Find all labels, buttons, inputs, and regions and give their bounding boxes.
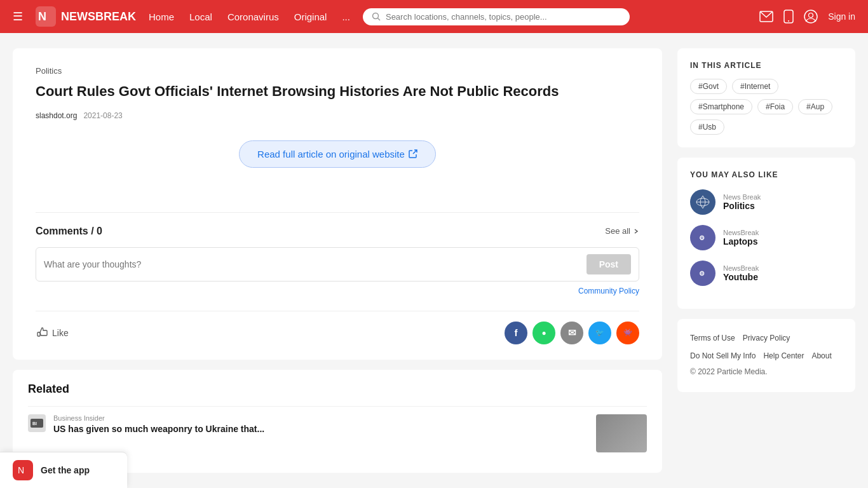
see-all-link[interactable]: See all <box>605 226 639 236</box>
tags: #Govt #Internet #Smartphone #Foia #Aup #… <box>690 79 843 135</box>
ymal-item-laptops[interactable]: ⚙ NewsBreak Laptops <box>690 225 843 250</box>
privacy-link[interactable]: Privacy Policy <box>743 332 790 346</box>
nav-home[interactable]: Home <box>149 11 174 22</box>
related-source-name: Business Insider <box>53 414 588 422</box>
nav-more[interactable]: ... <box>342 11 350 22</box>
comments-header: Comments / 0 See all <box>36 226 639 237</box>
get-app-button[interactable]: Get the app <box>41 465 90 475</box>
tag-foia[interactable]: #Foia <box>757 99 793 114</box>
hamburger-icon[interactable]: ☰ <box>13 10 23 24</box>
article-meta: slashdot.org 2021-08-23 <box>36 111 639 120</box>
share-email-button[interactable]: ✉ <box>560 322 583 344</box>
in-this-article-title: IN THIS ARTICLE <box>690 61 843 70</box>
article-card: Politics Court Rules Govt Officials' Int… <box>13 48 662 360</box>
terms-link[interactable]: Terms of Use <box>690 332 735 346</box>
nav-original[interactable]: Original <box>294 11 327 22</box>
ymal-avatar-politics <box>690 189 715 215</box>
about-link[interactable]: About <box>811 349 831 363</box>
share-facebook-button[interactable]: f <box>505 322 527 344</box>
ymal-info-youtube: NewsBreak Youtube <box>723 264 759 282</box>
nav-coronavirus[interactable]: Coronavirus <box>227 11 279 22</box>
post-button[interactable]: Post <box>587 254 631 274</box>
you-may-also-like-card: YOU MAY ALSO LIKE News Break Politics <box>677 158 855 309</box>
copyright: © 2022 Particle Media. <box>690 365 843 379</box>
external-link-icon <box>409 149 417 158</box>
in-this-article-card: IN THIS ARTICLE #Govt #Internet #Smartph… <box>677 48 855 147</box>
svg-text:BI: BI <box>32 421 37 426</box>
nav-links: Home Local Coronavirus Original ... <box>149 11 350 22</box>
share-buttons: f ● ✉ 🐦 👾 <box>505 322 639 344</box>
svg-point-8 <box>809 13 813 18</box>
nav-local[interactable]: Local <box>189 11 212 22</box>
related-source-logo: BI <box>28 414 46 432</box>
chevron-right-icon <box>633 228 639 234</box>
community-policy-link[interactable]: Community Policy <box>36 287 639 295</box>
svg-text:N: N <box>18 465 24 475</box>
ymal-info-politics: News Break Politics <box>723 193 761 211</box>
svg-text:N: N <box>38 10 46 23</box>
related-item-title: US has given so much weaponry to Ukraine… <box>53 423 588 436</box>
share-reddit-button[interactable]: 👾 <box>616 322 639 344</box>
sidebar: IN THIS ARTICLE #Govt #Internet #Smartph… <box>677 48 855 402</box>
ymal-item-youtube[interactable]: ⚙ NewsBreak Youtube <box>690 261 843 286</box>
search-bar[interactable] <box>363 8 630 25</box>
comment-input-area: Post <box>36 247 639 281</box>
ymal-avatar-youtube: ⚙ <box>690 261 715 286</box>
help-center-link[interactable]: Help Center <box>763 349 804 363</box>
do-not-sell-link[interactable]: Do Not Sell My Info <box>690 349 756 363</box>
page-layout: Politics Court Rules Govt Officials' Int… <box>0 33 868 488</box>
comment-input[interactable] <box>44 259 580 269</box>
tag-govt[interactable]: #Govt <box>690 79 727 94</box>
svg-point-6 <box>788 20 789 22</box>
article-date: 2021-08-23 <box>83 111 122 120</box>
article-source: slashdot.org <box>36 111 77 120</box>
ymal-avatar-laptops: ⚙ <box>690 225 715 250</box>
svg-text:⚙: ⚙ <box>699 234 705 241</box>
logo-text: NEWSBREAK <box>61 10 136 24</box>
sign-in-link[interactable]: Sign in <box>828 11 855 22</box>
phone-icon[interactable] <box>783 10 794 24</box>
mail-icon[interactable] <box>759 11 773 22</box>
svg-text:⚙: ⚙ <box>699 270 705 277</box>
navbar-actions: Sign in <box>759 10 855 24</box>
footer-links: Terms of Use Privacy Policy Do Not Sell … <box>690 332 843 363</box>
tag-aup[interactable]: #Aup <box>798 99 832 114</box>
comments-section: Comments / 0 See all Post Community Poli… <box>36 212 639 295</box>
ymal-info-laptops: NewsBreak Laptops <box>723 229 759 247</box>
svg-line-3 <box>377 18 380 21</box>
ymal-title: YOU MAY ALSO LIKE <box>690 170 843 179</box>
logo[interactable]: N NEWSBREAK <box>36 6 136 27</box>
tag-internet[interactable]: #Internet <box>732 79 778 94</box>
main-content: Politics Court Rules Govt Officials' Int… <box>13 48 662 473</box>
comments-title: Comments / 0 <box>36 226 102 237</box>
logo-icon: N <box>36 6 56 27</box>
search-icon <box>372 12 381 21</box>
read-full-article-button[interactable]: Read full article on original website <box>239 140 436 168</box>
article-actions: Like f ● ✉ 🐦 👾 <box>36 311 639 344</box>
ymal-item-politics[interactable]: News Break Politics <box>690 189 843 215</box>
tag-smartphone[interactable]: #Smartphone <box>690 99 752 114</box>
get-app-icon: N <box>13 460 33 480</box>
thumbs-up-icon <box>36 327 48 339</box>
like-button[interactable]: Like <box>36 327 69 339</box>
get-app-bar: N Get the app <box>0 452 127 488</box>
related-item-content: Business Insider US has given so much we… <box>53 414 588 436</box>
share-whatsapp-button[interactable]: ● <box>532 322 555 344</box>
svg-point-2 <box>372 13 378 19</box>
search-input[interactable] <box>386 12 621 22</box>
share-twitter-button[interactable]: 🐦 <box>588 322 611 344</box>
svg-rect-9 <box>37 332 40 336</box>
sidebar-footer: Terms of Use Privacy Policy Do Not Sell … <box>677 319 855 392</box>
article-category: Politics <box>36 66 639 76</box>
related-item-image <box>596 414 647 452</box>
tag-usb[interactable]: #Usb <box>690 119 724 135</box>
user-icon[interactable] <box>804 10 818 24</box>
like-label: Like <box>52 328 69 338</box>
article-title: Court Rules Govt Officials' Internet Bro… <box>36 82 639 101</box>
navbar: ☰ N NEWSBREAK Home Local Coronavirus Ori… <box>0 0 868 33</box>
related-title: Related <box>28 383 647 396</box>
